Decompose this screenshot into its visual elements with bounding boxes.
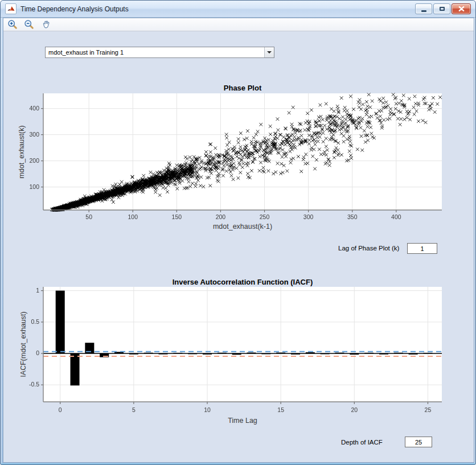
zoom-out-button[interactable] <box>23 19 35 30</box>
phase-y-axis-label: mdot_exhaust(k) <box>18 125 26 178</box>
iacf-x-tick-label: 25 <box>425 406 432 413</box>
phase-y-tick-label: 400 <box>29 105 39 112</box>
iacf-y-tick-label: -0.5 <box>29 381 39 388</box>
chevron-down-icon <box>264 47 274 57</box>
iacf-x-tick-label: 0 <box>59 406 62 413</box>
depth-of-iacf-label: Depth of IACF <box>341 439 383 446</box>
iacf-y-axis-label: IACF(mdot_exhaust) <box>19 311 27 377</box>
close-icon <box>458 6 465 11</box>
minimize-icon <box>421 10 426 12</box>
phase-x-tick-label: 100 <box>128 213 138 220</box>
lag-of-phase-plot-input[interactable] <box>407 243 437 254</box>
window-title: Time Dependency Analysis Outputs <box>20 5 415 13</box>
phase-x-tick-label: 350 <box>347 213 358 220</box>
iacf-y-tick-label: 1 <box>36 287 39 294</box>
iacf-x-tick-label: 20 <box>351 406 358 413</box>
figure-window: Time Dependency Analysis Outputs <box>0 0 476 465</box>
zoom-in-icon <box>7 19 18 30</box>
phase-x-tick-label: 250 <box>260 213 270 220</box>
depth-of-iacf-input[interactable] <box>405 437 432 447</box>
pan-button[interactable] <box>40 19 51 30</box>
phase-x-tick-label: 150 <box>172 213 182 220</box>
phase-plot-canvas[interactable] <box>38 92 445 216</box>
close-button[interactable] <box>452 3 471 14</box>
phase-x-axis-label: mdot_exhaust(k-1) <box>213 223 272 231</box>
maximize-icon <box>440 7 445 11</box>
phase-x-tick-label: 200 <box>216 213 226 220</box>
window-controls <box>415 3 471 14</box>
matlab-icon <box>5 3 17 14</box>
figure-toolbar <box>3 18 474 31</box>
phase-plot-title: Phase Plot <box>224 84 261 92</box>
iacf-x-axis-label: Time Lag <box>228 417 257 425</box>
iacf-plot-canvas[interactable] <box>38 285 445 408</box>
iacf-x-tick-label: 15 <box>277 406 284 413</box>
iacf-x-tick-label: 5 <box>132 406 136 413</box>
phase-x-tick-label: 400 <box>391 213 401 220</box>
phase-y-tick-label: 200 <box>29 157 39 164</box>
lag-of-phase-plot-label: Lag of Phase Plot (k) <box>338 245 399 252</box>
phase-y-tick-label: 100 <box>29 183 39 190</box>
iacf-x-tick-label: 10 <box>204 406 211 413</box>
zoom-in-button[interactable] <box>7 19 18 30</box>
title-bar: Time Dependency Analysis Outputs <box>1 1 475 18</box>
iacf-y-tick-label: 0.5 <box>31 318 39 325</box>
maximize-button[interactable] <box>433 3 450 14</box>
iacf-y-tick-label: 0 <box>36 349 39 356</box>
phase-x-tick-label: 50 <box>85 213 92 220</box>
phase-y-tick-label: 300 <box>29 131 39 138</box>
minimize-button[interactable] <box>415 3 432 14</box>
zoom-out-icon <box>24 19 34 30</box>
signal-selector-dropdown[interactable]: mdot_exhaust in Training 1 <box>45 47 274 58</box>
phase-x-tick-label: 300 <box>303 213 314 220</box>
pan-hand-icon <box>40 19 51 30</box>
signal-selector-value: mdot_exhaust in Training 1 <box>46 49 264 56</box>
